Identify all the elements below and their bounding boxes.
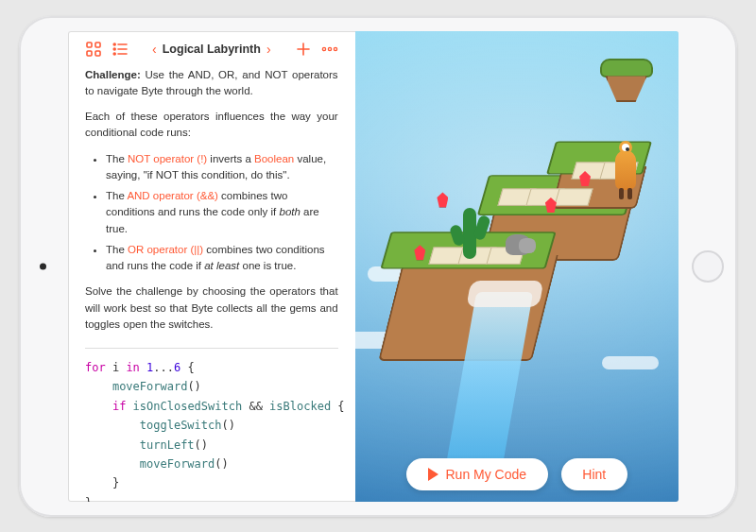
ipad-home-button[interactable]: [692, 250, 724, 283]
svg-rect-1: [95, 43, 100, 47]
svg-point-14: [334, 47, 336, 50]
game-world[interactable]: Run My Code Hint: [355, 31, 679, 502]
hint-label: Hint: [582, 467, 606, 482]
floating-island: [600, 59, 653, 102]
svg-rect-2: [87, 51, 92, 56]
svg-point-13: [328, 47, 331, 50]
action-button-row: Run My Code Hint: [355, 458, 679, 490]
hint-button[interactable]: Hint: [561, 458, 627, 490]
chevron-left-icon[interactable]: ‹: [152, 43, 157, 56]
lesson-title-group: ‹ Logical Labyrinth ›: [152, 43, 271, 56]
list-item: The NOT operator (!) inverts a Boolean v…: [106, 151, 338, 184]
play-icon: [428, 468, 438, 481]
svg-rect-3: [95, 51, 100, 56]
svg-point-12: [322, 47, 325, 50]
ipad-camera: [40, 263, 46, 269]
instructions-pane: ‹ Logical Labyrinth › Challenge: Use the…: [68, 31, 355, 502]
cactus: [463, 208, 476, 259]
grid-icon[interactable]: [85, 41, 102, 58]
instructions-intro: Each of these operators influences the w…: [85, 109, 338, 142]
ipad-frame: ‹ Logical Labyrinth › Challenge: Use the…: [19, 16, 737, 517]
byte-character: [615, 150, 636, 190]
list-item: The AND operator (&&) combines two condi…: [106, 188, 338, 237]
plus-icon[interactable]: [295, 41, 312, 58]
operator-list: The NOT operator (!) inverts a Boolean v…: [85, 151, 338, 275]
instructions-text: Challenge: Use the AND, OR, and NOT oper…: [85, 67, 338, 343]
svg-point-4: [113, 43, 115, 45]
list-icon[interactable]: [112, 41, 129, 58]
svg-point-8: [113, 53, 115, 55]
gem: [437, 192, 448, 207]
rock: [506, 234, 530, 255]
app-screen: ‹ Logical Labyrinth › Challenge: Use the…: [68, 31, 679, 502]
svg-point-6: [113, 48, 115, 50]
instructions-outro: Solve the challenge by choosing the oper…: [85, 283, 338, 333]
toolbar: ‹ Logical Labyrinth ›: [85, 41, 338, 58]
chevron-right-icon[interactable]: ›: [266, 43, 271, 56]
divider: [85, 348, 338, 349]
challenge-label: Challenge:: [85, 69, 141, 80]
main-island: [374, 134, 659, 398]
list-item: The OR operator (||) combines two condit…: [106, 242, 338, 275]
code-editor[interactable]: for i in 1...6 { moveForward() if isOnCl…: [85, 358, 338, 502]
run-code-label: Run My Code: [446, 467, 527, 482]
svg-rect-0: [87, 43, 92, 47]
lesson-title: Logical Labyrinth: [163, 43, 261, 56]
more-icon[interactable]: [321, 41, 338, 58]
run-code-button[interactable]: Run My Code: [406, 458, 548, 490]
